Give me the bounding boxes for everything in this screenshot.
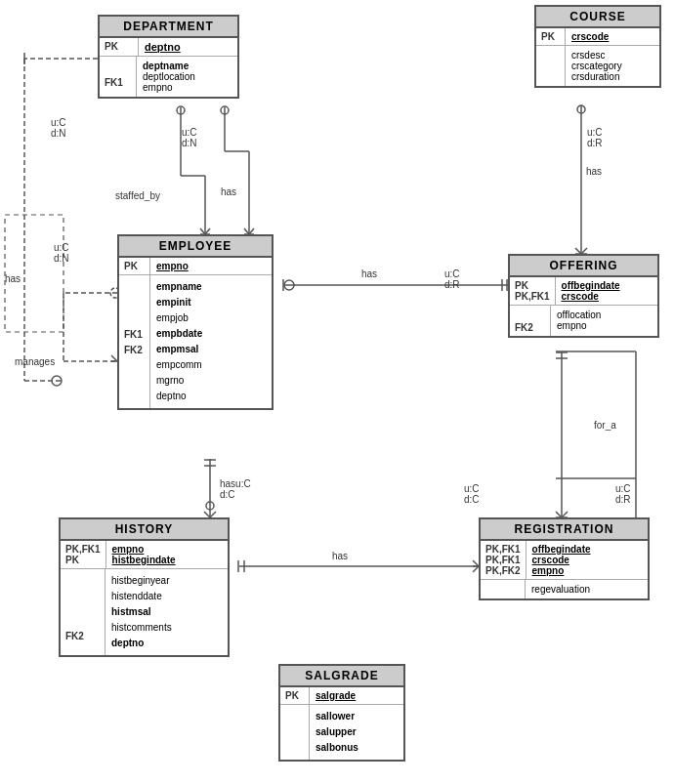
salgrade-attr-salbonus: salbonus: [316, 740, 358, 756]
dept-pk-attr: deptno: [145, 41, 181, 53]
has-hist-reg-label: has: [332, 551, 348, 561]
svg-point-21: [577, 105, 585, 113]
employee-title: EMPLOYEE: [119, 236, 272, 258]
salgrade-entity: SALGRADE PK salgrade sallower salupper s…: [278, 664, 405, 762]
hist-attr-histenddate: histenddate: [111, 589, 172, 604]
emp-attr-empname: empname: [156, 279, 202, 295]
reg-pkfk1-label1: PK,FK1: [485, 544, 521, 555]
has-course-offering-label: has: [586, 166, 602, 177]
hist-pk-empno: empno: [112, 544, 176, 555]
svg-point-54: [52, 376, 62, 386]
registration-entity: REGISTRATION PK,FK1 PK,FK1 PK,FK2 offbeg…: [479, 517, 650, 600]
svg-point-11: [221, 106, 229, 114]
reg-pk-offbegindate: offbegindate: [532, 544, 591, 555]
emp-fk2-label: FK2: [124, 343, 145, 358]
uc-dn-emp-label: u:Cd:N: [54, 242, 69, 264]
course-entity: COURSE PK crscode crsdesc crscategory cr…: [534, 5, 661, 88]
hist-pkfk1-label: PK,FK1: [65, 544, 101, 555]
has-dept-emp-label: has: [221, 186, 236, 197]
dept-attr-deptlocation: deptlocation: [143, 71, 195, 82]
reg-pkfk2-label: PK,FK2: [485, 565, 521, 576]
emp-attr-deptno: deptno: [156, 389, 202, 404]
emp-attr-empinit: empinit: [156, 295, 202, 310]
hist-pk-label: PK: [65, 555, 101, 565]
for-a-label: for_a: [594, 420, 616, 431]
offering-attr-empno: empno: [557, 320, 601, 331]
salgrade-pk-label: PK: [285, 690, 299, 701]
svg-point-16: [284, 280, 294, 290]
dept-pk-label: PK: [105, 41, 133, 52]
reg-attr-regevaluation: regevaluation: [531, 584, 590, 595]
department-title: DEPARTMENT: [100, 17, 237, 38]
offering-attr-offlocation: offlocation: [557, 309, 601, 320]
hist-attr-histcomments: histcomments: [111, 620, 172, 636]
dept-attr-empno: empno: [143, 82, 195, 93]
emp-attr-empmsal: empmsal: [156, 342, 202, 357]
svg-point-6: [177, 106, 185, 114]
history-entity: HISTORY PK,FK1 PK empno histbegindate FK…: [59, 517, 230, 657]
has-emp-hist-label: hasu:Cd:C: [220, 478, 251, 500]
course-attr-crscategory: crscategory: [571, 61, 622, 71]
staffed-by-label: staffed_by: [115, 190, 160, 201]
registration-title: REGISTRATION: [481, 519, 648, 541]
reg-pkfk1-label2: PK,FK1: [485, 555, 521, 565]
uc-dr-reg-label: u:Cd:R: [615, 483, 631, 505]
salgrade-pk-attr: salgrade: [316, 690, 356, 701]
dept-attr-deptname: deptname: [143, 61, 195, 71]
emp-attr-empcomm: empcomm: [156, 357, 202, 373]
offering-pk-offbegindate: offbegindate: [562, 280, 620, 291]
hist-fk2-label: FK2: [65, 631, 84, 641]
offering-title: OFFERING: [510, 256, 657, 277]
manages-label: manages: [15, 356, 55, 367]
emp-attr-empjob: empjob: [156, 310, 202, 326]
uc-dr-offering-label1: u:Cd:R: [444, 268, 460, 290]
offering-pk-crscode: crscode: [562, 291, 620, 302]
course-pk-attr: crscode: [571, 31, 609, 42]
course-title: COURSE: [536, 7, 659, 28]
uc-dn-dept-label: u:Cd:N: [51, 117, 66, 139]
uc-dn-dept2-label: u:Cd:N: [182, 127, 197, 148]
has-emp-offering-label: has: [361, 268, 377, 279]
course-attr-crsduration: crsduration: [571, 71, 622, 82]
offering-pkfk1-label: PK,FK1: [515, 291, 550, 302]
hist-pk-histbegindate: histbegindate: [112, 555, 176, 565]
emp-pk-attr: empno: [156, 261, 189, 271]
hist-attr-histbeginyear: histbeginyear: [111, 573, 172, 589]
offering-pk-label: PK: [515, 280, 550, 291]
offering-fk2-label: FK2: [515, 322, 533, 333]
course-pk-label: PK: [541, 31, 555, 42]
reg-pk-crscode: crscode: [532, 555, 591, 565]
uc-dc-reg-label: u:Cd:C: [464, 483, 480, 505]
emp-attr-empbdate: empbdate: [156, 326, 202, 342]
history-title: HISTORY: [61, 519, 228, 541]
hist-attr-histmsal: histmsal: [111, 604, 172, 620]
emp-pk-label: PK: [124, 261, 138, 271]
salgrade-attr-sallower: sallower: [316, 709, 358, 724]
erd-diagram: DEPARTMENT PK deptno FK1 deptname deptlo…: [0, 0, 674, 784]
has-left-label: has: [5, 273, 21, 284]
dept-fk1-label: FK1: [105, 77, 123, 88]
hist-attr-deptno: deptno: [111, 636, 172, 651]
offering-entity: OFFERING PK PK,FK1 offbegindate crscode …: [508, 254, 659, 338]
course-attr-crsdesc: crsdesc: [571, 50, 622, 61]
emp-attr-mgrno: mgrno: [156, 373, 202, 389]
emp-fk1-label: FK1: [124, 327, 145, 343]
uc-dr-course-label: u:Cd:R: [587, 127, 603, 148]
department-entity: DEPARTMENT PK deptno FK1 deptname deptlo…: [98, 15, 239, 99]
salgrade-title: SALGRADE: [280, 666, 403, 687]
reg-pk-empno: empno: [532, 565, 591, 576]
svg-point-36: [206, 502, 214, 510]
employee-entity: EMPLOYEE PK empno FK1 FK2 empname empini…: [117, 234, 274, 410]
salgrade-attr-salupper: salupper: [316, 724, 358, 740]
